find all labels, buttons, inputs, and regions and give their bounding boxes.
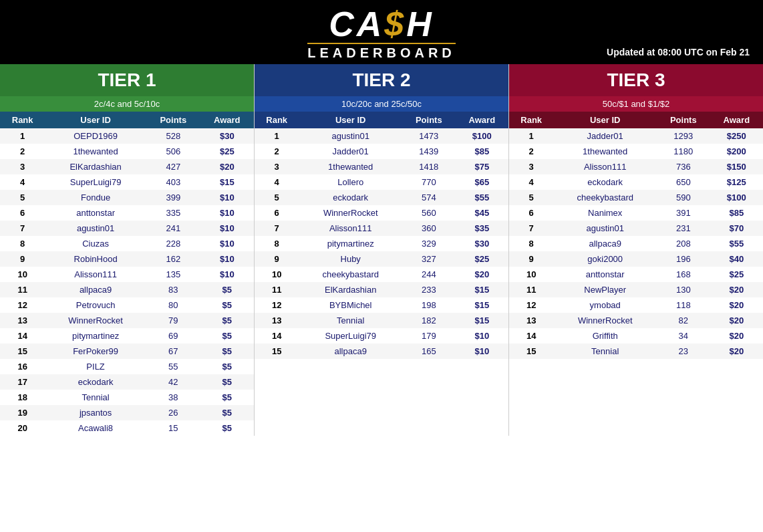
table-row: 12Petrovuch80$5 [0, 297, 254, 313]
table-cell: 228 [146, 236, 200, 251]
table-cell: 16 [0, 359, 45, 374]
table-cell: 13 [255, 313, 299, 328]
table-cell: $5 [200, 420, 254, 436]
table-cell: jpsantos [45, 405, 146, 420]
table-cell: Alisson111 [45, 267, 146, 282]
logo-leaderboard: LEADERBOARD [307, 43, 456, 61]
table-cell: 67 [146, 344, 200, 359]
table-cell: $250 [710, 128, 763, 144]
table-cell: $15 [456, 297, 508, 313]
table-cell: 182 [402, 313, 456, 328]
table-cell: 15 [509, 344, 553, 359]
table-cell: 244 [402, 267, 456, 282]
table-row: 5cheekybastard590$100 [509, 190, 763, 205]
table-cell: 80 [146, 297, 200, 313]
table-row: 21thewanted506$25 [0, 144, 254, 159]
table-cell: 10 [255, 267, 299, 282]
table-cell: $55 [710, 236, 763, 251]
table-cell: pitymartinez [299, 236, 402, 251]
tier2-col-rank: Rank [255, 112, 299, 128]
table-cell: Tennial [553, 344, 657, 359]
tier2-table: Rank User ID Points Award 1agustin011473… [255, 112, 508, 359]
table-row: 3Alisson111736$150 [509, 159, 763, 174]
table-cell: Acawali8 [45, 420, 146, 436]
tier1-col-award: Award [200, 112, 254, 128]
tier1-header-row: Rank User ID Points Award [0, 112, 254, 128]
table-cell: $55 [456, 190, 508, 205]
table-row: 19jpsantos26$5 [0, 405, 254, 420]
table-cell: 8 [255, 236, 299, 251]
table-cell: 198 [402, 297, 456, 313]
tier2-header-row: Rank User ID Points Award [255, 112, 508, 128]
tier2-title: TIER 2 [255, 64, 508, 96]
table-cell: 1 [255, 128, 299, 144]
table-row: 1Jadder011293$250 [509, 128, 763, 144]
table-cell: $10 [200, 221, 254, 236]
table-cell: 7 [0, 221, 45, 236]
table-row: 3ElKardashian427$20 [0, 159, 254, 174]
tier3-section: TIER 3 50c/$1 and $1/$2 Rank User ID Poi… [509, 64, 763, 436]
tier3-body: 1Jadder011293$25021thewanted1180$2003Ali… [509, 128, 763, 359]
table-cell: 231 [657, 221, 710, 236]
tier1-col-points: Points [146, 112, 200, 128]
table-cell: $85 [456, 144, 508, 159]
table-row: 9goki2000196$40 [509, 251, 763, 267]
tier3-header-row: Rank User ID Points Award [509, 112, 763, 128]
table-cell: $10 [200, 251, 254, 267]
table-row: 6Nanimex391$85 [509, 205, 763, 221]
table-cell: Jadder01 [299, 144, 402, 159]
tier3-table: Rank User ID Points Award 1Jadder011293$… [509, 112, 763, 359]
table-cell: WinnerRocket [553, 313, 657, 328]
header: CA$H LEADERBOARD Updated at 08:00 UTC on… [0, 0, 763, 64]
table-cell: WinnerRocket [299, 205, 402, 221]
table-cell: 165 [402, 344, 456, 359]
table-cell: 14 [255, 328, 299, 344]
table-cell: BYBMichel [299, 297, 402, 313]
table-cell: Ciuzas [45, 236, 146, 251]
table-cell: $15 [456, 282, 508, 297]
table-cell: anttonstar [45, 205, 146, 221]
table-cell: OEPD1969 [45, 128, 146, 144]
tier3-col-points: Points [657, 112, 710, 128]
table-cell: 9 [0, 251, 45, 267]
table-row: 12ymobad118$20 [509, 297, 763, 313]
table-cell: $10 [456, 344, 508, 359]
table-row: 31thewanted1418$75 [255, 159, 508, 174]
table-row: 20Acawali815$5 [0, 420, 254, 436]
table-cell: Fondue [45, 190, 146, 205]
table-row: 10cheekybastard244$20 [255, 267, 508, 282]
table-row: 15FerPoker9967$5 [0, 344, 254, 359]
table-cell: Tennial [45, 390, 146, 405]
table-cell: 2 [255, 144, 299, 159]
table-cell: $200 [710, 144, 763, 159]
table-cell: $150 [710, 159, 763, 174]
table-row: 8pitymartinez329$30 [255, 236, 508, 251]
table-cell: 3 [0, 159, 45, 174]
table-cell: ElKardashian [45, 159, 146, 174]
table-cell: 11 [509, 282, 553, 297]
table-cell: 14 [0, 328, 45, 344]
table-cell: Nanimex [553, 205, 657, 221]
tier2-subtitle: 10c/20c and 25c/50c [255, 96, 508, 112]
table-cell: 55 [146, 359, 200, 374]
table-cell: 399 [146, 190, 200, 205]
table-cell: Lollero [299, 174, 402, 190]
table-cell: 1thewanted [553, 144, 657, 159]
table-cell: 1180 [657, 144, 710, 159]
table-cell: 574 [402, 190, 456, 205]
table-row: 14Griffith34$20 [509, 328, 763, 344]
table-cell: $45 [456, 205, 508, 221]
table-cell: $30 [456, 236, 508, 251]
table-cell: 2 [509, 144, 553, 159]
table-cell: $10 [200, 190, 254, 205]
table-cell: 1439 [402, 144, 456, 159]
tier2-col-points: Points [402, 112, 456, 128]
table-cell: 736 [657, 159, 710, 174]
table-cell: $65 [456, 174, 508, 190]
table-cell: $20 [710, 328, 763, 344]
table-cell: 15 [255, 344, 299, 359]
tier1-col-userid: User ID [45, 112, 146, 128]
table-cell: 1 [509, 128, 553, 144]
table-cell: $5 [200, 405, 254, 420]
table-cell: 5 [509, 190, 553, 205]
